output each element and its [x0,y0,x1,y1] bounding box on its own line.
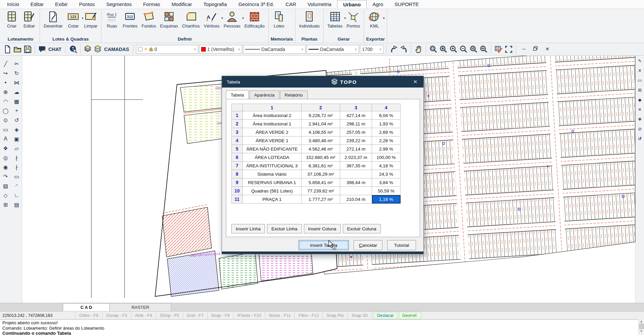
cell-name[interactable]: ÁREA VERDE 1 [243,136,302,145]
cell-percent[interactable]: 100,00 % [372,153,401,162]
drawing-tool-button[interactable]: ▭ [11,172,22,181]
open-file-icon[interactable] [13,45,22,54]
redo-icon[interactable] [399,45,408,54]
zoom-extents-icon[interactable] [439,45,448,54]
dialog-titlebar[interactable]: Tabela TOPO ✕ [222,76,423,88]
command-scrollbar[interactable]: ▲ ▼ [638,319,644,335]
cell-percent[interactable]: 1,93 % [372,120,401,128]
cell-name[interactable]: ÁREA VERDE 2 [243,128,302,136]
row-number[interactable]: 9 [232,178,243,187]
ribbon-button-fundos[interactable]: Fundos [140,10,157,29]
scroll-thumb[interactable] [639,324,644,329]
row-number[interactable]: 7 [232,162,243,170]
drawing-tool-button[interactable]: ✂ [11,59,22,68]
cell-perimeter[interactable]: 2.023,37 m [340,153,372,162]
undo-icon[interactable] [389,45,398,54]
row-number[interactable]: 1 [232,111,243,120]
ribbon-button-tabelas[interactable]: Tabelas [326,10,344,29]
insert-table-button[interactable]: Inserir Tabela [298,240,349,250]
delete-column-button[interactable]: Excluir Coluna [343,224,381,233]
ribbon-button-criar[interactable]: Criar [3,10,20,29]
drawing-tool-button[interactable]: ∤ [11,153,22,162]
cell-perimeter[interactable]: 427,14 m [340,111,372,120]
tab-raster[interactable]: RASTER [110,303,171,311]
menu-item[interactable]: GeoIncra 3ª Ed. [233,0,280,9]
zoom-out-icon[interactable] [459,45,468,54]
layers-move-icon[interactable] [83,45,92,54]
table-check-icon[interactable] [494,45,503,54]
cell-percent[interactable]: 6,04 % [372,111,401,120]
scale-combo[interactable]: 1700 ∨ [360,45,383,54]
row-number[interactable]: 11 [232,195,243,204]
cell-percent[interactable]: 4,18 % [372,162,401,170]
close-window-button[interactable]: ✕ [542,45,553,54]
col-header[interactable]: 2 [302,104,340,111]
status-toggle[interactable]: Snap - F9 [207,312,233,319]
camadas-label[interactable]: CAMADAS [104,47,129,52]
tab-tabela[interactable]: Tabela [226,90,249,99]
pan-hand-icon[interactable] [414,45,423,54]
drawing-tool-button[interactable]: ▣ [11,134,22,144]
cell-percent[interactable]: 24,3 % [372,170,401,178]
cell-area[interactable]: 1.777,27 m² [302,195,340,204]
cell-name[interactable]: ÁREA NÃO EDIFICANTE [243,145,302,153]
col-header[interactable]: 3 [340,104,372,111]
row-number[interactable]: 3 [232,128,243,136]
right-tool-button[interactable]: ⊘ [638,126,642,133]
cell-area[interactable]: 4.562,46 m² [302,145,340,153]
right-tool-button[interactable]: ✎ [638,58,642,65]
chat-icon[interactable] [38,45,47,54]
right-tool-button[interactable]: ❖ [638,117,642,123]
ribbon-button-pessoas[interactable]: Pessoas [222,10,242,29]
ribbon-button-desenhar[interactable]: Desenhar [42,10,64,29]
zoom-all-icon[interactable] [479,45,488,54]
tutorial-button[interactable]: Tutorial [387,240,416,250]
drawing-tool-button[interactable]: ◇ [0,190,11,200]
cell-perimeter[interactable] [340,187,372,195]
right-tool-button[interactable]: ↺ [638,136,642,143]
cell-name[interactable]: Área Institucional 1 [243,120,302,128]
row-number[interactable]: 5 [232,145,243,153]
cell-area[interactable]: 77.239,62 m² [302,187,340,195]
drawing-tool-button[interactable]: ❖ [0,144,11,153]
status-toggle[interactable]: Atrib - F4 [131,312,156,319]
corner-cell[interactable] [232,104,243,111]
drawing-tool-button[interactable]: ⊙ [0,115,11,125]
right-tool-button[interactable]: ▭ [638,78,642,85]
cell-perimeter[interactable]: 367,35 m [340,162,372,170]
drawing-tool-button[interactable]: ▤ [11,200,22,209]
cell-percent[interactable]: 1,16 % [372,195,401,204]
drawing-tool-button[interactable]: ⋈ [11,78,22,87]
menu-item[interactable]: Editar [25,0,49,9]
menu-item[interactable]: Topografia [198,0,233,9]
cell-percent[interactable]: 2,69 % [372,128,401,136]
drawing-tool-button[interactable]: ↺ [11,115,22,125]
ribbon-button-frentes[interactable]: 312 Frentes [121,10,139,29]
zoom-in-icon[interactable] [449,45,458,54]
row-number[interactable]: 4 [232,136,243,145]
col-header[interactable]: 1 [243,104,302,111]
menu-item[interactable]: CAR [280,0,302,9]
drawing-tool-button[interactable]: ◜ [11,181,22,190]
restore-button[interactable] [530,45,541,54]
menu-item[interactable]: Formas [137,0,166,9]
status-toggle[interactable]: RTexto - F10 [233,312,265,319]
linetype-combo[interactable]: DaCamada ∨ [243,45,306,54]
status-toggle[interactable]: Snap 3D [348,312,372,319]
tab-relatorio[interactable]: Relatório [280,91,308,99]
col-header[interactable]: 4 [372,104,401,111]
right-tool-button[interactable]: ◆ [638,97,642,104]
ribbon-button-lotes[interactable]: Lotes [271,10,287,29]
layer-combo[interactable]: ☀ 0 ∨ [136,45,198,54]
drawing-tool-button[interactable]: ▪ [0,78,11,87]
drawing-tool-button[interactable]: ⊕ [0,87,11,97]
dialog-close-icon[interactable]: ✕ [411,76,419,88]
right-tool-button[interactable]: ✕ [638,107,642,114]
cell-area[interactable]: 6.381,61 m² [302,162,340,170]
drawing-tool-button[interactable]: ▦ [11,97,22,106]
ribbon-button-edificacao[interactable]: Edificação [243,10,266,29]
zoom-window-icon[interactable] [429,45,438,54]
cell-name[interactable]: ÁREA LOTEADA [243,153,302,162]
cell-perimeter[interactable]: 210,04 m [340,195,372,204]
cell-perimeter[interactable]: 398,44 m [340,178,372,187]
